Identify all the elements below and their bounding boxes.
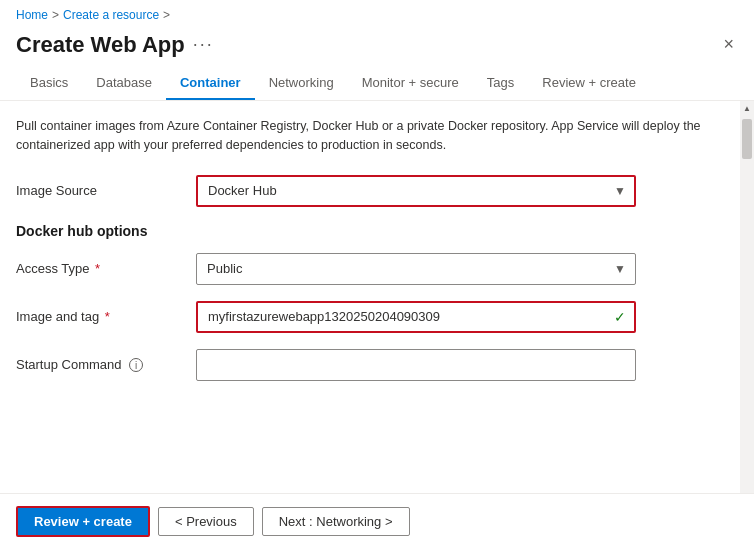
- docker-hub-section-title: Docker hub options: [16, 223, 738, 239]
- tab-basics[interactable]: Basics: [16, 67, 82, 100]
- tab-container[interactable]: Container: [166, 67, 255, 100]
- review-create-button[interactable]: Review + create: [16, 506, 150, 537]
- image-tag-row: Image and tag * ✓: [16, 301, 738, 333]
- scroll-up-icon[interactable]: ▲: [740, 101, 754, 115]
- access-type-select[interactable]: Public Private: [196, 253, 636, 285]
- footer: Review + create < Previous Next : Networ…: [0, 493, 754, 549]
- tab-bar: Basics Database Container Networking Mon…: [0, 67, 754, 101]
- tab-database[interactable]: Database: [82, 67, 166, 100]
- scrollbar: ▲ ▼: [740, 101, 754, 535]
- startup-command-input[interactable]: [196, 349, 636, 381]
- startup-command-row: Startup Command i: [16, 349, 738, 381]
- tab-review-create[interactable]: Review + create: [528, 67, 650, 100]
- access-type-row: Access Type * Public Private ▼: [16, 253, 738, 285]
- next-button[interactable]: Next : Networking >: [262, 507, 410, 536]
- startup-command-label: Startup Command i: [16, 357, 196, 373]
- image-source-select[interactable]: Docker Hub Azure Container Registry Priv…: [196, 175, 636, 207]
- breadcrumb-home[interactable]: Home: [16, 8, 48, 22]
- tab-tags[interactable]: Tags: [473, 67, 528, 100]
- breadcrumb: Home > Create a resource >: [0, 0, 754, 26]
- tab-networking[interactable]: Networking: [255, 67, 348, 100]
- breadcrumb-create-resource[interactable]: Create a resource: [63, 8, 159, 22]
- access-type-label: Access Type *: [16, 261, 196, 276]
- close-button[interactable]: ×: [719, 30, 738, 59]
- image-tag-required-marker: *: [105, 309, 110, 324]
- tab-monitor[interactable]: Monitor + secure: [348, 67, 473, 100]
- page-header: Create Web App ··· ×: [0, 26, 754, 67]
- section-description: Pull container images from Azure Contain…: [16, 117, 738, 155]
- breadcrumb-sep1: >: [52, 8, 59, 22]
- image-tag-label: Image and tag *: [16, 309, 196, 324]
- main-content: Pull container images from Azure Contain…: [0, 101, 754, 535]
- page-title: Create Web App: [16, 32, 185, 58]
- startup-info-icon[interactable]: i: [129, 358, 143, 372]
- access-type-required-marker: *: [95, 261, 100, 276]
- scrollbar-thumb[interactable]: [742, 119, 752, 159]
- image-tag-input[interactable]: [196, 301, 636, 333]
- breadcrumb-sep2: >: [163, 8, 170, 22]
- image-tag-check-icon: ✓: [614, 309, 626, 325]
- previous-button[interactable]: < Previous: [158, 507, 254, 536]
- image-source-row: Image Source Docker Hub Azure Container …: [16, 175, 738, 207]
- image-source-label: Image Source: [16, 183, 196, 198]
- more-options-icon[interactable]: ···: [193, 34, 214, 55]
